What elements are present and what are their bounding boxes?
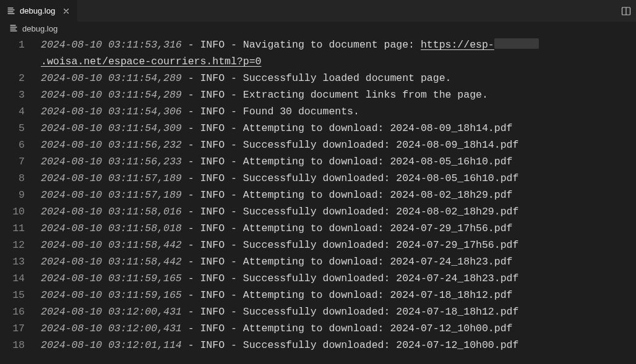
log-line: 122024-08-10 03:11:58,442 - INFO - Succe… xyxy=(0,237,636,253)
log-level: - INFO - xyxy=(182,72,243,84)
log-line-continuation: .woisa.net/espace-courriers.html?p=0 xyxy=(0,53,636,70)
log-timestamp: 2024-08-10 03:11:58,018 xyxy=(41,222,182,234)
log-level: - INFO - xyxy=(182,256,243,268)
log-message: Extracting document links from the page. xyxy=(243,89,488,101)
log-message: Attempting to download: 2024-07-29_17h56… xyxy=(243,222,513,234)
log-line: 132024-08-10 03:11:58,442 - INFO - Attem… xyxy=(0,253,636,270)
redacted-block xyxy=(494,38,539,49)
line-number: 9 xyxy=(0,187,41,203)
log-level: - INFO - xyxy=(182,239,243,251)
log-line: 52024-08-10 03:11:54,309 - INFO - Attemp… xyxy=(0,120,636,137)
line-number: 5 xyxy=(0,120,41,137)
editor-area[interactable]: 12024-08-10 03:11:53,316 - INFO - Naviga… xyxy=(0,35,636,353)
log-timestamp: 2024-08-10 03:11:59,165 xyxy=(41,273,182,284)
tab-bar: debug.log xyxy=(0,0,636,22)
line-number: 10 xyxy=(0,203,41,220)
line-content: 2024-08-10 03:11:58,442 - INFO - Success… xyxy=(41,237,636,253)
log-message: Attempting to download: 2024-07-18_18h12… xyxy=(243,289,513,301)
log-timestamp: 2024-08-10 03:11:54,306 xyxy=(41,106,182,117)
line-number: 17 xyxy=(0,320,41,337)
log-timestamp: 2024-08-10 03:11:58,442 xyxy=(41,256,182,268)
log-timestamp: 2024-08-10 03:12:00,431 xyxy=(41,323,182,334)
log-level: - INFO - xyxy=(182,156,243,167)
log-message: Found 30 documents. xyxy=(243,106,359,117)
log-url[interactable]: .woisa.net/espace-courriers.html?p=0 xyxy=(41,56,261,67)
line-number: 2 xyxy=(0,70,41,87)
line-number: 18 xyxy=(0,337,41,353)
line-number: 1 xyxy=(0,36,41,53)
log-line: 102024-08-10 03:11:58,016 - INFO - Succe… xyxy=(0,203,636,220)
log-level: - INFO - xyxy=(182,39,243,51)
log-url[interactable]: https://esp- xyxy=(421,39,494,51)
log-message: Attempting to download: 2024-07-12_10h00… xyxy=(243,323,513,334)
log-timestamp: 2024-08-10 03:11:58,442 xyxy=(41,239,182,251)
tab-label: debug.log xyxy=(20,6,55,15)
log-line: 112024-08-10 03:11:58,018 - INFO - Attem… xyxy=(0,220,636,237)
log-message: Successfully downloaded: 2024-08-05_16h1… xyxy=(243,172,519,184)
line-number: 16 xyxy=(0,303,41,320)
log-timestamp: 2024-08-10 03:11:53,316 xyxy=(41,39,182,51)
log-message: Successfully downloaded: 2024-07-24_18h2… xyxy=(243,273,519,284)
breadcrumb-filename: debug.log xyxy=(22,24,58,33)
line-content: 2024-08-10 03:11:54,306 - INFO - Found 3… xyxy=(41,103,636,120)
line-content: 2024-08-10 03:11:54,289 - INFO - Extract… xyxy=(41,87,636,103)
log-timestamp: 2024-08-10 03:12:00,431 xyxy=(41,306,182,318)
line-number: 12 xyxy=(0,237,41,253)
line-number: 4 xyxy=(0,103,41,120)
log-level: - INFO - xyxy=(182,306,243,318)
log-message: Successfully downloaded: 2024-07-18_18h1… xyxy=(243,306,519,318)
log-timestamp: 2024-08-10 03:11:56,233 xyxy=(41,156,182,167)
log-timestamp: 2024-08-10 03:11:54,289 xyxy=(41,89,182,101)
line-content: 2024-08-10 03:11:56,232 - INFO - Success… xyxy=(41,137,636,153)
log-message: Navigating to document page: xyxy=(243,39,421,51)
line-content: 2024-08-10 03:11:53,316 - INFO - Navigat… xyxy=(41,36,636,53)
log-line: 42024-08-10 03:11:54,306 - INFO - Found … xyxy=(0,103,636,120)
log-level: - INFO - xyxy=(182,189,243,201)
line-content: 2024-08-10 03:11:57,189 - INFO - Attempt… xyxy=(41,187,636,203)
log-timestamp: 2024-08-10 03:11:57,189 xyxy=(41,189,182,201)
log-line: 162024-08-10 03:12:00,431 - INFO - Succe… xyxy=(0,303,636,320)
log-message: Successfully loaded document page. xyxy=(243,72,452,84)
log-line: 72024-08-10 03:11:56,233 - INFO - Attemp… xyxy=(0,153,636,170)
line-content: 2024-08-10 03:12:00,431 - INFO - Success… xyxy=(41,303,636,320)
log-level: - INFO - xyxy=(182,323,243,334)
line-number xyxy=(0,53,41,70)
log-level: - INFO - xyxy=(182,139,243,151)
log-level: - INFO - xyxy=(182,122,243,134)
log-line: 12024-08-10 03:11:53,316 - INFO - Naviga… xyxy=(0,36,636,53)
split-editor-icon[interactable] xyxy=(621,6,631,16)
log-level: - INFO - xyxy=(182,273,243,284)
log-message: Successfully downloaded: 2024-08-09_18h1… xyxy=(243,139,519,151)
line-content: 2024-08-10 03:12:01,114 - INFO - Success… xyxy=(41,337,636,353)
log-timestamp: 2024-08-10 03:11:59,165 xyxy=(41,289,182,301)
close-icon[interactable] xyxy=(61,6,71,16)
line-number: 15 xyxy=(0,287,41,303)
line-content: 2024-08-10 03:11:58,018 - INFO - Attempt… xyxy=(41,220,636,237)
log-message: Successfully downloaded: 2024-07-12_10h0… xyxy=(243,339,519,351)
log-message: Successfully downloaded: 2024-07-29_17h5… xyxy=(243,239,519,251)
line-content: 2024-08-10 03:11:58,442 - INFO - Attempt… xyxy=(41,253,636,270)
log-level: - INFO - xyxy=(182,172,243,184)
log-level: - INFO - xyxy=(182,89,243,101)
log-level: - INFO - xyxy=(182,206,243,218)
log-message: Successfully downloaded: 2024-08-02_18h2… xyxy=(243,206,519,218)
line-number: 6 xyxy=(0,137,41,153)
line-content: 2024-08-10 03:11:54,309 - INFO - Attempt… xyxy=(41,120,636,137)
log-line: 152024-08-10 03:11:59,165 - INFO - Attem… xyxy=(0,287,636,303)
tab-debug-log[interactable]: debug.log xyxy=(0,0,78,22)
line-content: 2024-08-10 03:11:54,289 - INFO - Success… xyxy=(41,70,636,87)
line-content: 2024-08-10 03:11:56,233 - INFO - Attempt… xyxy=(41,153,636,170)
line-content: 2024-08-10 03:11:58,016 - INFO - Success… xyxy=(41,203,636,220)
line-content: 2024-08-10 03:11:57,189 - INFO - Success… xyxy=(41,170,636,187)
line-content: 2024-08-10 03:11:59,165 - INFO - Attempt… xyxy=(41,287,636,303)
log-timestamp: 2024-08-10 03:11:56,232 xyxy=(41,139,182,151)
log-level: - INFO - xyxy=(182,106,243,117)
log-message: Attempting to download: 2024-07-24_18h23… xyxy=(243,256,513,268)
line-number: 11 xyxy=(0,220,41,237)
log-line: 32024-08-10 03:11:54,289 - INFO - Extrac… xyxy=(0,87,636,103)
log-message: Attempting to download: 2024-08-09_18h14… xyxy=(243,122,513,134)
breadcrumb[interactable]: debug.log xyxy=(0,22,636,35)
line-number: 13 xyxy=(0,253,41,270)
log-line: 172024-08-10 03:12:00,431 - INFO - Attem… xyxy=(0,320,636,337)
log-line: 142024-08-10 03:11:59,165 - INFO - Succe… xyxy=(0,270,636,287)
